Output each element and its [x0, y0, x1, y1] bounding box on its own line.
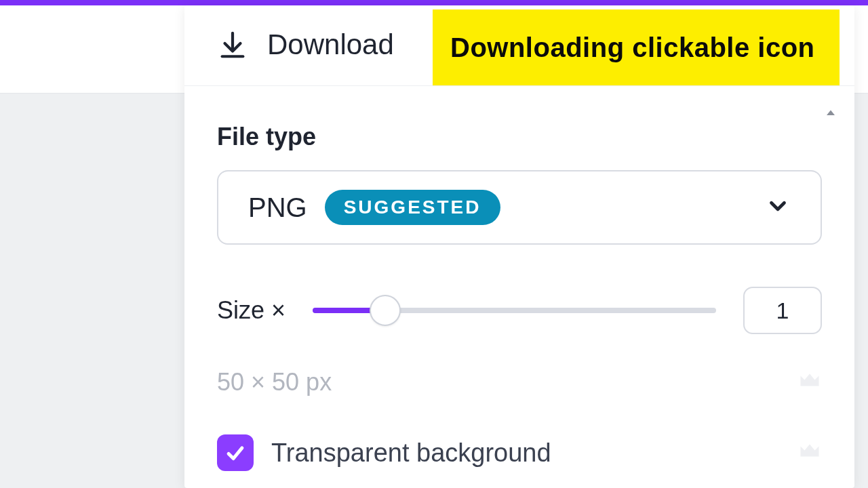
- size-row: Size × 1: [217, 287, 822, 334]
- crown-icon: [797, 369, 822, 396]
- suggested-badge: SUGGESTED: [325, 190, 500, 225]
- panel-body: File type PNG SUGGESTED Size × 1: [184, 86, 854, 471]
- file-type-value: PNG: [248, 192, 307, 223]
- size-slider[interactable]: [313, 294, 716, 327]
- transparent-bg-label: Transparent background: [271, 439, 551, 468]
- slider-thumb[interactable]: [370, 295, 401, 326]
- file-type-select[interactable]: PNG SUGGESTED: [217, 170, 822, 245]
- check-icon: [224, 441, 247, 464]
- svg-marker-2: [827, 110, 835, 116]
- dimensions-text: 50 × 50 px: [217, 368, 332, 396]
- dimensions-row: 50 × 50 px: [217, 368, 822, 396]
- size-label: Size ×: [217, 296, 285, 325]
- file-type-label: File type: [217, 123, 822, 151]
- download-icon: [217, 29, 248, 60]
- transparent-bg-row: Transparent background: [217, 434, 822, 471]
- top-accent-bar: [0, 0, 868, 5]
- chevron-down-icon: [765, 193, 791, 222]
- annotation-text: Downloading clickable icon: [450, 33, 815, 63]
- size-input-value: 1: [776, 298, 789, 324]
- annotation-banner: Downloading clickable icon: [433, 9, 840, 85]
- crown-icon: [797, 439, 822, 466]
- size-input[interactable]: 1: [743, 287, 822, 334]
- download-title: Download: [267, 28, 394, 61]
- transparent-bg-checkbox[interactable]: [217, 434, 254, 471]
